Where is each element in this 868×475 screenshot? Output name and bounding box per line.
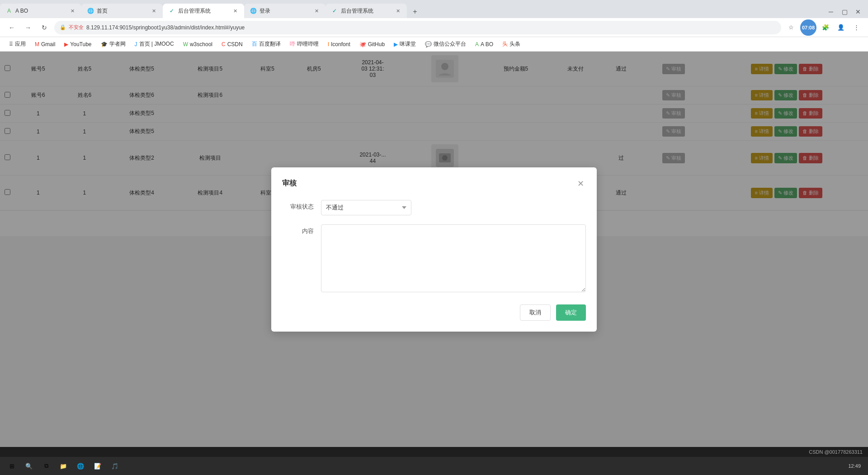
baidu-icon: 百: [252, 40, 257, 48]
chrome-button[interactable]: 🌐: [72, 458, 89, 474]
apps-icon: ⠿: [9, 41, 13, 48]
maximize-button[interactable]: ▢: [838, 5, 851, 18]
security-icon: 🔒: [60, 24, 66, 30]
bookmark-iconfont-label: Iconfont: [331, 41, 350, 48]
tab-3-close[interactable]: ✕: [231, 7, 239, 14]
profile-button[interactable]: 👤: [835, 21, 847, 34]
bookmark-mikeke[interactable]: ▶ 咪课堂: [390, 39, 420, 49]
nav-extras: ☆ 07:08 🧩 👤 ⋮: [785, 19, 863, 36]
github-icon: 🐙: [359, 41, 366, 48]
menu-button[interactable]: ⋮: [850, 21, 863, 34]
tab-2[interactable]: 🌐 首页 ✕: [81, 4, 163, 18]
page-content: 账号5 姓名5 体检类型5 检测项目5 科室5 机房5 2021-04-03 1…: [0, 52, 868, 447]
modal-body: 审核状态 不通过 通过 内容: [282, 200, 586, 294]
jmooc-icon: J: [135, 41, 137, 48]
bookmark-apps[interactable]: ⠿ 应用: [5, 39, 29, 49]
bookmark-iconfont[interactable]: I Iconfont: [324, 40, 354, 49]
tab-3-title: 后台管理系统: [178, 7, 229, 15]
modal-overlay: 审核 ✕ 审核状态 不通过 通过 内容: [0, 52, 868, 447]
bookmark-toutiao-label: 头条: [509, 40, 520, 48]
bookmark-apps-label: 应用: [15, 40, 26, 48]
tab-4-title: 登录: [259, 7, 310, 15]
tab-1-close[interactable]: ✕: [69, 7, 76, 14]
bookmark-abo[interactable]: A A BO: [472, 40, 497, 49]
address-bar[interactable]: 🔒 不安全 8.129.11.174:9015/springboot1yu38/…: [54, 21, 781, 34]
bookmark-wechat[interactable]: 💬 微信公众平台: [421, 39, 470, 49]
w3school-icon: W: [183, 41, 188, 48]
tab-4-close[interactable]: ✕: [313, 7, 320, 14]
bookmark-jmooc[interactable]: J 首页 | JMOOC: [131, 39, 178, 49]
bookmark-star-button[interactable]: ☆: [785, 21, 797, 34]
search-taskbar-button[interactable]: 🔍: [21, 458, 37, 474]
bookmark-csdn[interactable]: C CSDN: [218, 40, 246, 49]
taskview-button[interactable]: ⧉: [38, 458, 54, 474]
bookmarks-bar: ⠿ 应用 M Gmail ▶ YouTube 🎓 学者网 J 首页 | JMOO…: [0, 37, 868, 52]
insecure-label: 不安全: [69, 24, 84, 31]
modal-footer: 取消 确定: [282, 304, 586, 321]
tab-1[interactable]: A A BO ✕: [0, 4, 81, 18]
status-form-row: 审核状态 不通过 通过: [282, 200, 586, 215]
bookmark-bilibili[interactable]: 哔 哔哩哔哩: [286, 39, 322, 49]
bookmark-github[interactable]: 🐙 GitHub: [356, 40, 388, 49]
back-button[interactable]: ←: [5, 21, 18, 34]
explorer-button[interactable]: 📁: [55, 458, 71, 474]
search-taskbar-icon: 🔍: [25, 463, 33, 470]
extensions-button[interactable]: 🧩: [819, 21, 832, 34]
tab-3[interactable]: ✓ 后台管理系统 ✕: [163, 4, 244, 18]
tab-5-title: 后台管理系统: [341, 7, 392, 15]
minimize-button[interactable]: ─: [825, 5, 837, 18]
taskview-icon: ⧉: [44, 462, 48, 470]
bookmark-jmooc-label: 首页 | JMOOC: [139, 40, 174, 48]
gmail-icon: M: [35, 41, 39, 48]
chrome-icon: 🌐: [77, 463, 84, 470]
new-tab-button[interactable]: +: [409, 5, 421, 18]
tab-5-close[interactable]: ✕: [394, 7, 401, 14]
tab-5[interactable]: ✓ 后台管理系统 ✕: [326, 4, 407, 18]
bookmark-scholar-label: 学者网: [109, 40, 126, 48]
media-button[interactable]: 🎵: [107, 458, 123, 474]
close-window-button[interactable]: ✕: [852, 5, 864, 18]
modal-header: 审核 ✕: [282, 178, 586, 189]
bookmark-gmail[interactable]: M Gmail: [31, 40, 59, 49]
notepad-button[interactable]: 📝: [90, 458, 106, 474]
abo-icon: A: [475, 41, 479, 48]
tab-4[interactable]: 🌐 登录 ✕: [244, 4, 326, 18]
status-select-wrapper: 不通过 通过: [321, 200, 586, 215]
nav-controls: ← → ↻ 🔒 不安全 8.129.11.174:9015/springboot…: [0, 18, 868, 37]
tab-2-close[interactable]: ✕: [150, 7, 157, 14]
taskbar-right: 12:49: [848, 463, 864, 469]
status-select[interactable]: 不通过 通过: [321, 200, 411, 215]
bookmark-youtube[interactable]: ▶ YouTube: [61, 40, 95, 49]
youtube-icon: ▶: [64, 41, 68, 48]
bookmark-w3school-label: w3school: [190, 41, 212, 48]
modal-title: 审核: [282, 179, 297, 188]
modal-close-button[interactable]: ✕: [575, 178, 586, 189]
bilibili-icon: 哔: [290, 40, 295, 48]
tab-2-favicon: 🌐: [87, 7, 94, 14]
clock: 12:49: [848, 463, 861, 469]
mikeke-icon: ▶: [394, 41, 398, 48]
tab-5-favicon: ✓: [331, 7, 338, 14]
bookmark-baidu-label: 百度翻译: [259, 40, 281, 48]
tab-1-favicon: A: [5, 7, 13, 14]
bookmark-youtube-label: YouTube: [70, 41, 91, 48]
bookmark-scholar[interactable]: 🎓 学者网: [97, 39, 129, 49]
toutiao-icon: 头: [502, 40, 508, 48]
start-button[interactable]: ⊞: [4, 458, 20, 474]
tab-2-title: 首页: [97, 7, 147, 15]
content-textarea[interactable]: [321, 224, 586, 292]
tab-3-favicon: ✓: [168, 7, 175, 14]
forward-button[interactable]: →: [22, 21, 34, 34]
status-label: 审核状态: [282, 200, 314, 211]
bookmark-wechat-label: 微信公众平台: [434, 40, 466, 48]
reload-button[interactable]: ↻: [38, 21, 51, 34]
bookmark-baidu-translate[interactable]: 百 百度翻译: [248, 39, 284, 49]
tab-1-title: A BO: [15, 8, 66, 14]
bookmark-toutiao[interactable]: 头 头条: [499, 39, 524, 49]
status-bar: CSDN @001778263311: [0, 447, 868, 457]
confirm-button[interactable]: 确定: [556, 304, 586, 321]
bookmark-gmail-label: Gmail: [41, 41, 55, 48]
cancel-button[interactable]: 取消: [520, 304, 551, 321]
media-icon: 🎵: [111, 463, 118, 470]
bookmark-w3school[interactable]: W w3school: [179, 40, 216, 49]
